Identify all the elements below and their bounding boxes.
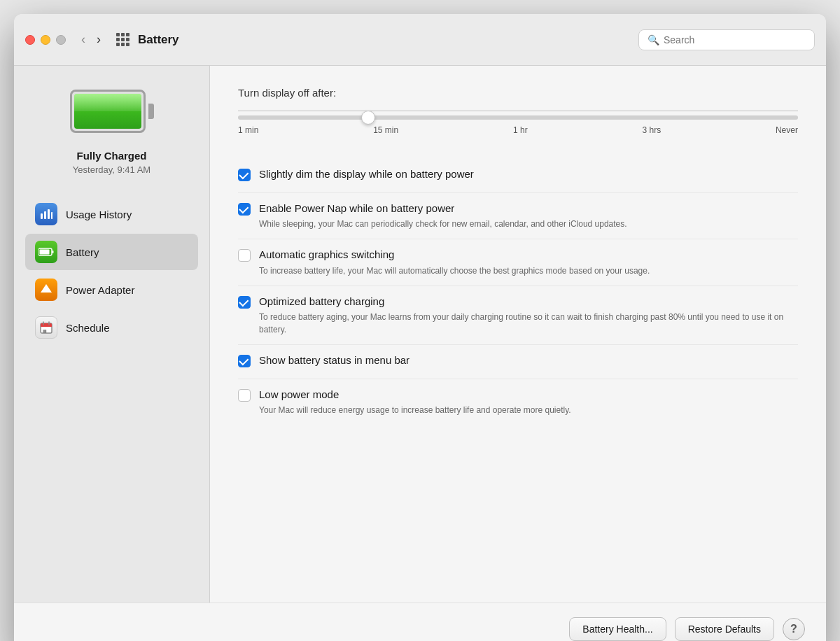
sidebar-item-power-adapter[interactable]: Power Adapter: [25, 272, 198, 308]
sidebar-item-schedule[interactable]: ▦ Schedule: [25, 309, 198, 346]
battery-body: [70, 90, 146, 133]
option-title-auto-graphics: Automatic graphics switching: [259, 248, 798, 262]
footer: Battery Health... Restore Defaults ?: [14, 603, 826, 641]
svg-rect-5: [40, 250, 50, 255]
search-icon: 🔍: [648, 34, 659, 45]
svg-text:▦: ▦: [43, 329, 47, 333]
svg-rect-3: [51, 212, 52, 219]
option-show-status: Show battery status in menu bar: [238, 345, 798, 379]
sidebar-label-battery: Battery: [66, 246, 99, 258]
grid-icon[interactable]: [116, 33, 130, 46]
option-title-low-power: Low power mode: [259, 388, 798, 402]
checkbox-auto-graphics[interactable]: [238, 249, 251, 262]
svg-rect-1: [44, 211, 46, 219]
slider-mark-3: 3 hrs: [642, 125, 661, 135]
slider-mark-1: 15 min: [373, 125, 398, 135]
sidebar-item-battery[interactable]: Battery: [25, 234, 198, 270]
battery-icon-container: [70, 87, 154, 136]
options-list: Slightly dim the display while on batter…: [238, 159, 798, 425]
option-desc-auto-graphics: To increase battery life, your Mac will …: [259, 265, 798, 277]
option-title-dim-display: Slightly dim the display while on batter…: [259, 167, 798, 181]
svg-rect-10: [41, 325, 52, 327]
main-content: Turn display off after: 1 min 15 min 1 h…: [210, 66, 826, 603]
traffic-lights: [25, 35, 66, 45]
option-text-dim-display: Slightly dim the display while on batter…: [259, 167, 798, 184]
content-area: Fully Charged Yesterday, 9:41 AM Usage H…: [14, 66, 826, 603]
option-text-power-nap: Enable Power Nap while on battery power …: [259, 202, 798, 231]
slider-section: Turn display off after: 1 min 15 min 1 h…: [238, 87, 798, 152]
option-title-power-nap: Enable Power Nap while on battery power: [259, 202, 798, 216]
forward-button[interactable]: ›: [92, 29, 105, 50]
option-low-power: Low power mode Your Mac will reduce ener…: [238, 379, 798, 425]
battery-graphic: [70, 87, 154, 136]
checkbox-power-nap[interactable]: [238, 203, 251, 216]
option-power-nap: Enable Power Nap while on battery power …: [238, 193, 798, 240]
option-text-show-status: Show battery status in menu bar: [259, 353, 798, 370]
minimize-button[interactable]: [41, 35, 50, 45]
battery-status-title: Fully Charged: [73, 150, 150, 162]
svg-rect-0: [41, 213, 43, 219]
titlebar: ‹ › Battery 🔍: [14, 14, 826, 66]
restore-defaults-button[interactable]: Restore Defaults: [675, 617, 774, 641]
window-title: Battery: [138, 33, 638, 47]
battery-shine: [74, 94, 141, 111]
slider-thumb[interactable]: [361, 111, 375, 125]
checkbox-show-status[interactable]: [238, 355, 251, 367]
back-button[interactable]: ‹: [77, 29, 90, 50]
help-button[interactable]: ?: [783, 618, 805, 640]
svg-marker-7: [41, 284, 52, 293]
svg-rect-6: [52, 251, 54, 253]
close-button[interactable]: [25, 35, 35, 45]
sidebar: Fully Charged Yesterday, 9:41 AM Usage H…: [14, 66, 210, 603]
nav-arrows: ‹ ›: [77, 29, 105, 50]
search-box[interactable]: 🔍: [638, 29, 815, 50]
sidebar-nav: Usage History Battery: [14, 196, 209, 346]
checkbox-optimized-charging[interactable]: [238, 296, 251, 309]
option-auto-graphics: Automatic graphics switching To increase…: [238, 239, 798, 286]
maximize-button[interactable]: [56, 35, 66, 45]
option-optimized-charging: Optimized battery charging To reduce bat…: [238, 286, 798, 346]
sidebar-label-schedule: Schedule: [66, 322, 110, 334]
sidebar-item-usage-history[interactable]: Usage History: [25, 196, 198, 232]
option-title-show-status: Show battery status in menu bar: [259, 353, 798, 367]
slider-label: Turn display off after:: [238, 87, 798, 99]
slider-mark-4: Never: [776, 125, 798, 135]
sidebar-label-usage-history: Usage History: [66, 209, 132, 220]
slider-labels: 1 min 15 min 1 hr 3 hrs Never: [238, 125, 798, 135]
option-dim-display: Slightly dim the display while on batter…: [238, 159, 798, 193]
slider-mark-2: 1 hr: [513, 125, 528, 135]
battery-nav-icon: [35, 241, 57, 263]
search-input[interactable]: [664, 34, 806, 45]
option-desc-optimized-charging: To reduce battery aging, your Mac learns…: [259, 311, 798, 336]
option-title-optimized-charging: Optimized battery charging: [259, 295, 798, 309]
battery-health-button[interactable]: Battery Health...: [569, 617, 666, 641]
option-text-auto-graphics: Automatic graphics switching To increase…: [259, 248, 798, 277]
slider-ticks: [238, 108, 798, 113]
main-window: ‹ › Battery 🔍: [14, 14, 826, 641]
battery-status: Fully Charged Yesterday, 9:41 AM: [73, 150, 150, 175]
sidebar-label-power-adapter: Power Adapter: [66, 284, 134, 296]
option-text-low-power: Low power mode Your Mac will reduce ener…: [259, 388, 798, 417]
usage-history-icon: [35, 203, 57, 225]
slider-track[interactable]: [238, 115, 798, 120]
schedule-icon: ▦: [35, 316, 57, 339]
option-desc-low-power: Your Mac will reduce energy usage to inc…: [259, 404, 798, 416]
option-text-optimized-charging: Optimized battery charging To reduce bat…: [259, 295, 798, 337]
checkbox-dim-display[interactable]: [238, 169, 251, 181]
checkbox-low-power[interactable]: [238, 389, 251, 402]
power-adapter-icon: [35, 279, 57, 301]
battery-status-time: Yesterday, 9:41 AM: [73, 164, 150, 175]
slider-mark-0: 1 min: [238, 125, 258, 135]
svg-rect-2: [48, 209, 50, 219]
battery-terminal: [148, 104, 154, 119]
option-desc-power-nap: While sleeping, your Mac can periodicall…: [259, 218, 798, 230]
